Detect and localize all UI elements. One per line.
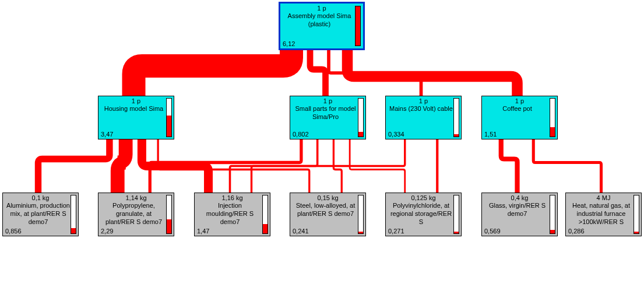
thermometer [166, 98, 172, 137]
node-name: Heat, natural gas, at industrial furnace… [566, 202, 641, 226]
node-quantity: 0,125 kg [386, 194, 461, 202]
thermometer [453, 195, 459, 234]
node-value: 0,569 [484, 228, 501, 235]
node-housing[interactable]: 1 pHousing model Sima3,47 [98, 96, 174, 139]
node-quantity: 0,4 kg [482, 194, 557, 202]
flow-glass-to-coffeepot [501, 139, 518, 193]
node-heat[interactable]: 4 MJHeat, natural gas, at industrial fur… [565, 193, 642, 236]
node-name: Small parts for model Sima/Pro [290, 105, 365, 121]
flow-heat-to-coffeepot [533, 139, 601, 193]
node-name: Steel, low-alloyed, at plant/RER S demo7 [290, 202, 365, 218]
thermometer [550, 98, 555, 137]
node-quantity: 1,14 kg [98, 194, 174, 202]
node-coffeepot[interactable]: 1 pCoffee pot1,51 [481, 96, 558, 139]
node-quantity: 0,15 kg [290, 194, 365, 202]
flow-injection-to-smallparts [230, 139, 318, 193]
node-glass[interactable]: 0,4 kgGlass, virgin/RER S demo70,569 [481, 193, 558, 236]
node-mains[interactable]: 1 pMains (230 Volt) cable0,334 [385, 96, 462, 139]
flow-pvc-to-smallparts [350, 139, 405, 193]
node-value: 0,802 [293, 131, 309, 138]
node-value: 0,286 [568, 228, 585, 235]
node-injection[interactable]: 1,16 kgInjection moulding/RER S demo71,4… [194, 193, 270, 236]
node-quantity: 1 p [98, 97, 174, 105]
node-root[interactable]: 1 pAssembly model Sima (plastic)6,12 [279, 2, 365, 50]
node-name: Mains (230 Volt) cable [386, 105, 461, 113]
thermometer [71, 195, 76, 234]
node-steel[interactable]: 0,15 kgSteel, low-alloyed, at plant/RER … [290, 193, 366, 236]
flow-mains-to-root [329, 50, 421, 96]
node-quantity: 1 p [280, 5, 363, 12]
thermometer [358, 195, 364, 234]
flow-housing-to-root [134, 50, 292, 96]
node-name: Polyvinylchloride, at regional storage/R… [386, 202, 461, 226]
node-quantity: 0,1 kg [3, 194, 78, 202]
flow-coffeepot-to-root [347, 50, 518, 96]
node-value: 0,271 [388, 228, 404, 235]
thermometer [166, 195, 172, 234]
flow-steel-to-housing [158, 139, 309, 193]
node-quantity: 4 MJ [566, 194, 641, 202]
flow-injection-to-housing [142, 139, 208, 193]
node-name: Polypropylene, granulate, at plant/RER S… [98, 202, 174, 226]
node-value: 1,47 [197, 228, 209, 235]
flow-steel-to-smallparts [333, 139, 342, 193]
flow-aluminium-to-housing [38, 139, 110, 193]
flow-pp-to-smallparts [150, 139, 301, 193]
node-name: Assembly model Sima (plastic) [280, 12, 363, 29]
node-smallparts[interactable]: 1 pSmall parts for model Sima/Pro0,802 [290, 96, 366, 139]
node-value: 0,334 [388, 131, 404, 138]
node-name: Aluminium, production mix, at plant/RER … [3, 202, 78, 226]
thermometer [358, 98, 364, 137]
node-aluminium[interactable]: 0,1 kgAluminium, production mix, at plan… [2, 193, 79, 236]
node-value: 2,29 [101, 228, 113, 235]
node-quantity: 1 p [290, 97, 365, 105]
thermometer [453, 98, 459, 137]
node-name: Injection moulding/RER S demo7 [195, 202, 270, 226]
node-pp[interactable]: 1,14 kgPolypropylene, granulate, at plan… [98, 193, 174, 236]
thermometer [634, 195, 639, 234]
flow-smallparts-to-root [310, 50, 326, 96]
thermometer [262, 195, 268, 234]
node-value: 0,241 [293, 228, 309, 235]
flow-pp-to-housing [118, 139, 126, 193]
node-quantity: 1,16 kg [195, 194, 270, 202]
thermometer [355, 6, 361, 46]
thermometer [550, 195, 555, 234]
node-value: 0,856 [5, 228, 22, 235]
flow-injection-to-mains [252, 139, 405, 193]
node-name: Glass, virgin/RER S demo7 [482, 202, 557, 218]
node-pvc[interactable]: 0,125 kgPolyvinylchloride, at regional s… [385, 193, 462, 236]
node-value: 6,12 [283, 40, 295, 47]
node-value: 3,47 [101, 131, 113, 138]
sankey-tree-canvas: 1 pAssembly model Sima (plastic)6,121 pH… [0, 0, 644, 304]
node-value: 1,51 [484, 131, 497, 138]
node-name: Coffee pot [482, 105, 557, 113]
node-name: Housing model Sima [98, 105, 174, 113]
node-quantity: 1 p [482, 97, 557, 105]
node-quantity: 1 p [386, 97, 461, 105]
